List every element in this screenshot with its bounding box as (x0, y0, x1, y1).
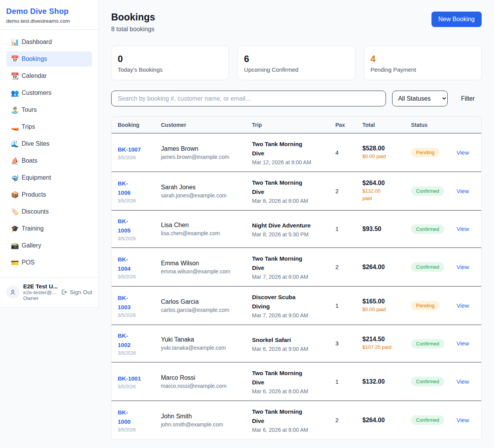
view-link[interactable]: View (457, 340, 469, 347)
sidebar: Demo Dive Shop demo.test.divestreams.com… (0, 0, 99, 308)
booking-date: 3/5/2026 (118, 274, 149, 280)
dashboard-icon: 📊 (11, 39, 22, 45)
total-amount: $132.00 (362, 378, 399, 385)
pax-value: 2 (335, 188, 338, 194)
customer-email: lisa.chen@example.com (161, 230, 240, 236)
search-input[interactable] (111, 91, 386, 106)
column-header-action (450, 117, 481, 133)
avatar (6, 286, 19, 299)
booking-id-link[interactable]: BK-1007 (118, 145, 141, 154)
booking-cell: BK-10013/5/2026 (112, 362, 155, 401)
sidebar-item-label: Products (22, 191, 46, 198)
gallery-icon: 📸 (11, 243, 22, 249)
sign-out-button[interactable]: Sign Out (61, 289, 92, 295)
sidebar-item-dive-sites[interactable]: 🌊Dive Sites (6, 136, 92, 152)
booking-id-link[interactable]: BK-1005 (118, 217, 130, 235)
trip-cell: Two Tank MorningDiveMar 8, 2026 at 8:00 … (246, 172, 329, 211)
status-badge: Pending (411, 148, 440, 157)
stat-card-2: 4Pending Payment (364, 46, 482, 80)
view-link[interactable]: View (457, 378, 469, 385)
action-cell: View (450, 325, 481, 362)
booking-date: 3/5/2026 (118, 313, 149, 318)
sidebar-item-pos[interactable]: 💳POS (6, 255, 92, 270)
view-link[interactable]: View (457, 417, 469, 423)
view-link[interactable]: View (457, 302, 469, 309)
sidebar-item-gallery[interactable]: 📸Gallery (6, 238, 92, 253)
table-row: BK-10063/5/2026Sarah Jonessarah.jones@ex… (112, 172, 481, 211)
total-amount: $93.50 (362, 226, 399, 232)
sidebar-item-products[interactable]: 📦Products (6, 187, 92, 202)
new-booking-button[interactable]: New Booking (431, 12, 482, 27)
sidebar-item-label: Bookings (22, 56, 47, 62)
pax-value: 2 (335, 417, 338, 423)
booking-id-link[interactable]: BK-1000 (118, 408, 130, 426)
view-link[interactable]: View (457, 149, 469, 156)
column-header-total: Total (356, 117, 405, 133)
status-cell: Confirmed (405, 401, 450, 440)
trip-datetime: Mar 6, 2026 at 9:00 AM (252, 346, 323, 352)
trips-icon: 🚤 (11, 124, 22, 130)
sidebar-item-label: Dive Sites (22, 140, 49, 147)
trip-name: Two Tank MorningDive (252, 178, 323, 197)
sidebar-item-label: Training (22, 225, 44, 232)
booking-date: 3/5/2026 (118, 350, 149, 356)
page-subtitle: 8 total bookings (111, 26, 155, 33)
sidebar-item-discounts[interactable]: 🏷️Discounts (6, 204, 92, 219)
sidebar-item-boats[interactable]: ⛵Boats (6, 153, 92, 168)
booking-id-link[interactable]: BK-1006 (118, 179, 130, 197)
booking-cell: BK-10003/5/2026 (112, 401, 155, 440)
sidebar-item-customers[interactable]: 👥Customers (6, 85, 92, 101)
booking-date: 3/5/2026 (118, 155, 149, 160)
sidebar-item-calendar[interactable]: 📆Calendar (6, 68, 92, 84)
trip-datetime: Mar 8, 2026 at 5:30 PM (252, 231, 323, 237)
user-meta: E2E Test U... e2e-tester@... Owner (23, 283, 57, 301)
sidebar-item-bookings[interactable]: 📅Bookings (6, 51, 92, 67)
sidebar-item-label: POS (22, 259, 35, 266)
customer-name: Carlos Garcia (161, 298, 240, 305)
trip-name: Snorkel Safari (252, 335, 323, 345)
equipment-icon: 🤿 (11, 175, 22, 181)
pax-value: 3 (335, 340, 338, 347)
view-link[interactable]: View (457, 188, 469, 194)
paid-amount: $0.00 paid (362, 306, 399, 313)
total-cell: $93.50 (356, 211, 405, 248)
stat-card-0: 0Today's Bookings (111, 46, 229, 80)
customer-name: Emma Wilson (161, 260, 240, 267)
booking-cell: BK-10043/5/2026 (112, 248, 155, 286)
sidebar-item-label: Tours (22, 106, 37, 113)
customer-name: Lisa Chen (161, 222, 240, 229)
controls-row: All Statuses Filter (111, 91, 482, 106)
table-row: BK-10023/5/2026Yuki Tanakayuki.tanaka@ex… (112, 325, 481, 362)
discounts-icon: 🏷️ (11, 209, 22, 215)
sign-out-label: Sign Out (70, 289, 92, 295)
sidebar-item-training[interactable]: 🎓Training (6, 221, 92, 236)
filter-button[interactable]: Filter (454, 92, 482, 105)
view-link[interactable]: View (457, 226, 469, 232)
status-badge: Confirmed (411, 339, 444, 349)
booking-cell: BK-10033/5/2026 (112, 286, 155, 325)
trip-datetime: Mar 6, 2026 at 8:00 AM (252, 427, 323, 433)
booking-id-link[interactable]: BK-1004 (118, 255, 130, 273)
status-badge: Confirmed (411, 415, 444, 425)
bookings-table: BookingCustomerTripPaxTotalStatus BK-100… (112, 117, 481, 439)
sidebar-item-dashboard[interactable]: 📊Dashboard (6, 34, 92, 50)
paid-amount: $107.25 paid (362, 344, 399, 351)
customer-cell: James Brownjames.brown@example.com (155, 133, 246, 172)
sidebar-item-label: Trips (22, 123, 35, 130)
booking-id-link[interactable]: BK-1002 (118, 331, 130, 350)
trip-name: Two Tank MorningDive (252, 140, 323, 158)
sidebar-item-tours[interactable]: 🏝️Tours (6, 102, 92, 118)
status-filter-select[interactable]: All Statuses (392, 91, 448, 106)
total-amount: $165.00 (362, 298, 399, 305)
page-header: Bookings 8 total bookings New Booking (111, 12, 482, 33)
status-cell: Confirmed (405, 211, 450, 248)
sidebar-item-trips[interactable]: 🚤Trips (6, 119, 92, 135)
customer-cell: Marco Rossimarco.rossi@example.com (155, 362, 246, 401)
sidebar-item-equipment[interactable]: 🤿Equipment (6, 170, 92, 185)
booking-id-link[interactable]: BK-1003 (118, 293, 130, 312)
column-header-pax: Pax (329, 117, 356, 133)
booking-id-link[interactable]: BK-1001 (118, 374, 141, 383)
view-link[interactable]: View (457, 264, 469, 270)
customer-cell: Lisa Chenlisa.chen@example.com (155, 211, 246, 248)
products-icon: 📦 (11, 192, 22, 198)
